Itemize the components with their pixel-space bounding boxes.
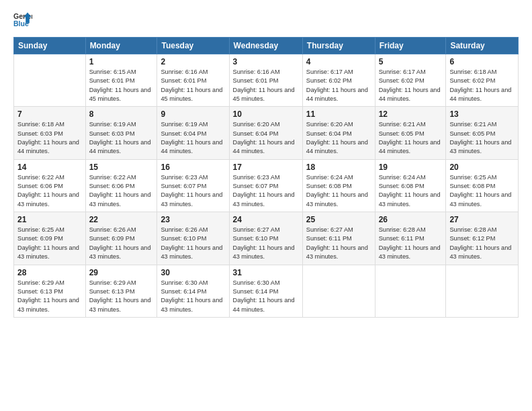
day-number: 7 [17,109,82,119]
day-info: Sunrise: 6:28 AMSunset: 6:11 PMDaylight:… [379,226,443,261]
calendar-cell: 21Sunrise: 6:25 AMSunset: 6:09 PMDayligh… [14,212,86,265]
day-number: 24 [233,215,299,224]
day-info: Sunrise: 6:24 AMSunset: 6:08 PMDaylight:… [379,173,443,209]
day-info: Sunrise: 6:29 AMSunset: 6:13 PMDaylight:… [89,279,154,314]
day-info: Sunrise: 6:22 AMSunset: 6:06 PMDaylight:… [89,173,154,209]
calendar-cell: 24Sunrise: 6:27 AMSunset: 6:10 PMDayligh… [229,212,302,265]
day-info: Sunrise: 6:24 AMSunset: 6:08 PMDaylight:… [306,173,371,209]
calendar-day-header: Saturday [446,38,519,54]
day-info: Sunrise: 6:21 AMSunset: 6:05 PMDaylight:… [379,120,443,156]
day-number: 21 [17,215,82,224]
calendar-cell: 2Sunrise: 6:16 AMSunset: 6:01 PMDaylight… [157,54,229,107]
calendar-cell: 26Sunrise: 6:28 AMSunset: 6:11 PMDayligh… [375,212,446,265]
day-info: Sunrise: 6:16 AMSunset: 6:01 PMDaylight:… [161,68,225,103]
calendar-cell: 31Sunrise: 6:30 AMSunset: 6:14 PMDayligh… [229,265,302,317]
calendar-cell: 13Sunrise: 6:21 AMSunset: 6:05 PMDayligh… [446,107,519,159]
calendar-cell [14,54,86,107]
day-number: 3 [233,57,299,66]
calendar-day-header: Wednesday [229,38,302,54]
calendar-cell [375,265,446,317]
day-number: 27 [449,215,515,224]
calendar-day-header: Sunday [14,38,86,54]
day-info: Sunrise: 6:25 AMSunset: 6:09 PMDaylight:… [17,226,82,261]
day-number: 6 [449,57,515,66]
calendar-cell: 9Sunrise: 6:19 AMSunset: 6:04 PMDaylight… [157,107,229,159]
day-number: 19 [379,163,443,172]
day-number: 29 [89,268,154,277]
day-info: Sunrise: 6:29 AMSunset: 6:13 PMDaylight:… [17,279,82,314]
calendar-day-header: Tuesday [157,38,229,54]
calendar-cell: 12Sunrise: 6:21 AMSunset: 6:05 PMDayligh… [375,107,446,159]
calendar-cell: 10Sunrise: 6:20 AMSunset: 6:04 PMDayligh… [229,107,302,159]
calendar-cell: 22Sunrise: 6:26 AMSunset: 6:09 PMDayligh… [85,212,157,265]
calendar-cell [446,265,519,317]
calendar-week-row: 21Sunrise: 6:25 AMSunset: 6:09 PMDayligh… [14,212,519,265]
day-number: 30 [161,268,225,277]
day-info: Sunrise: 6:20 AMSunset: 6:04 PMDaylight:… [306,120,371,156]
day-number: 22 [89,215,154,224]
calendar-cell: 27Sunrise: 6:28 AMSunset: 6:12 PMDayligh… [446,212,519,265]
day-info: Sunrise: 6:25 AMSunset: 6:08 PMDaylight:… [449,173,515,209]
day-number: 2 [161,57,225,66]
calendar-week-row: 7Sunrise: 6:18 AMSunset: 6:03 PMDaylight… [14,107,519,159]
logo-icon: General Blue [13,10,32,29]
page: General Blue SundayMondayTuesdayWednesda… [0,0,532,411]
calendar-cell: 7Sunrise: 6:18 AMSunset: 6:03 PMDaylight… [14,107,86,159]
calendar-cell: 17Sunrise: 6:23 AMSunset: 6:07 PMDayligh… [229,159,302,212]
calendar-cell: 29Sunrise: 6:29 AMSunset: 6:13 PMDayligh… [85,265,157,317]
day-info: Sunrise: 6:19 AMSunset: 6:03 PMDaylight:… [89,120,154,156]
day-info: Sunrise: 6:23 AMSunset: 6:07 PMDaylight:… [161,173,225,209]
day-info: Sunrise: 6:20 AMSunset: 6:04 PMDaylight:… [233,120,299,156]
day-number: 5 [379,57,443,66]
calendar-cell: 11Sunrise: 6:20 AMSunset: 6:04 PMDayligh… [302,107,375,159]
calendar-cell: 28Sunrise: 6:29 AMSunset: 6:13 PMDayligh… [14,265,86,317]
calendar-cell: 15Sunrise: 6:22 AMSunset: 6:06 PMDayligh… [85,159,157,212]
calendar-cell: 19Sunrise: 6:24 AMSunset: 6:08 PMDayligh… [375,159,446,212]
calendar-day-header: Monday [85,38,157,54]
day-info: Sunrise: 6:27 AMSunset: 6:10 PMDaylight:… [233,226,299,261]
day-number: 26 [379,215,443,224]
day-number: 8 [89,109,154,119]
calendar-header-row: SundayMondayTuesdayWednesdayThursdayFrid… [14,38,519,54]
day-info: Sunrise: 6:23 AMSunset: 6:07 PMDaylight:… [233,173,299,209]
calendar-cell: 25Sunrise: 6:27 AMSunset: 6:11 PMDayligh… [302,212,375,265]
calendar-cell: 1Sunrise: 6:15 AMSunset: 6:01 PMDaylight… [85,54,157,107]
day-info: Sunrise: 6:22 AMSunset: 6:06 PMDaylight:… [17,173,82,209]
day-number: 17 [233,163,299,172]
day-number: 23 [161,215,225,224]
day-info: Sunrise: 6:26 AMSunset: 6:09 PMDaylight:… [89,226,154,261]
day-number: 15 [89,163,154,172]
day-number: 14 [17,163,82,172]
day-number: 20 [449,163,515,172]
calendar-cell [302,265,375,317]
calendar-cell: 5Sunrise: 6:17 AMSunset: 6:02 PMDaylight… [375,54,446,107]
header: General Blue [13,10,519,29]
day-number: 4 [306,57,371,66]
day-number: 12 [379,109,443,119]
day-number: 28 [17,268,82,277]
day-info: Sunrise: 6:16 AMSunset: 6:01 PMDaylight:… [233,68,299,103]
day-info: Sunrise: 6:30 AMSunset: 6:14 PMDaylight:… [233,279,299,314]
calendar-cell: 30Sunrise: 6:30 AMSunset: 6:14 PMDayligh… [157,265,229,317]
calendar-week-row: 28Sunrise: 6:29 AMSunset: 6:13 PMDayligh… [14,265,519,317]
day-number: 18 [306,163,371,172]
calendar-cell: 4Sunrise: 6:17 AMSunset: 6:02 PMDaylight… [302,54,375,107]
calendar-cell: 23Sunrise: 6:26 AMSunset: 6:10 PMDayligh… [157,212,229,265]
calendar-week-row: 1Sunrise: 6:15 AMSunset: 6:01 PMDaylight… [14,54,519,107]
day-info: Sunrise: 6:28 AMSunset: 6:12 PMDaylight:… [449,226,515,261]
calendar-cell: 3Sunrise: 6:16 AMSunset: 6:01 PMDaylight… [229,54,302,107]
day-number: 25 [306,215,371,224]
calendar-cell: 14Sunrise: 6:22 AMSunset: 6:06 PMDayligh… [14,159,86,212]
calendar-table: SundayMondayTuesdayWednesdayThursdayFrid… [13,37,519,318]
logo: General Blue [13,10,32,29]
day-number: 1 [89,57,154,66]
calendar-cell: 20Sunrise: 6:25 AMSunset: 6:08 PMDayligh… [446,159,519,212]
calendar-cell: 16Sunrise: 6:23 AMSunset: 6:07 PMDayligh… [157,159,229,212]
day-number: 31 [233,268,299,277]
calendar-cell: 6Sunrise: 6:18 AMSunset: 6:02 PMDaylight… [446,54,519,107]
calendar-cell: 18Sunrise: 6:24 AMSunset: 6:08 PMDayligh… [302,159,375,212]
day-number: 16 [161,163,225,172]
day-number: 13 [449,109,515,119]
day-info: Sunrise: 6:19 AMSunset: 6:04 PMDaylight:… [161,120,225,156]
calendar-day-header: Friday [375,38,446,54]
